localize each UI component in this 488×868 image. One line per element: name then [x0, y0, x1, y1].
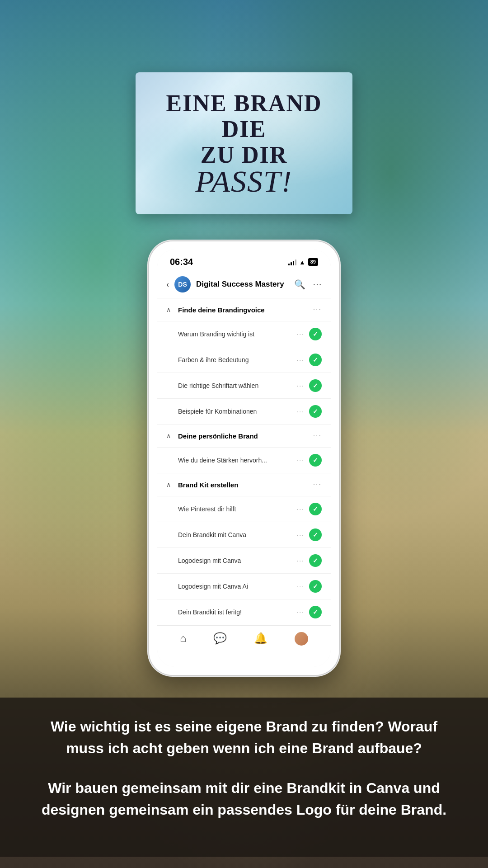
hero-title: EINE BRAND DIE ZU DIR Passt! — [155, 90, 333, 198]
course-item[interactable]: Die richtige Schriftart wählen ··· ✓ — [157, 373, 331, 399]
hero-banner: EINE BRAND DIE ZU DIR Passt! — [136, 72, 352, 214]
profile-nav-avatar[interactable] — [295, 632, 308, 646]
app-avatar: DS — [174, 276, 191, 292]
check-complete: ✓ — [309, 580, 322, 593]
check-complete: ✓ — [309, 328, 322, 340]
course-content: ∧ Finde deine Brandingvoice ··· Warum Br… — [157, 298, 331, 625]
section-header-0[interactable]: ∧ Finde deine Brandingvoice ··· — [157, 298, 331, 321]
section-title-0: Finde deine Brandingvoice — [178, 306, 313, 314]
check-complete: ✓ — [309, 554, 322, 567]
app-header: ‹ DS Digital Success Mastery 🔍 ⋯ — [157, 271, 331, 298]
phone-mockup: 06:34 ▲ 89 ‹ — [149, 241, 339, 675]
section-title-1: Deine persönliche Brand — [178, 432, 313, 440]
section-header-2[interactable]: ∧ Brand Kit erstellen ··· — [157, 473, 331, 496]
check-complete: ✓ — [309, 503, 322, 515]
check-complete: ✓ — [309, 528, 322, 541]
battery-icon: 89 — [308, 258, 318, 266]
search-icon[interactable]: 🔍 — [294, 279, 305, 290]
section-title-2: Brand Kit erstellen — [178, 481, 313, 489]
hero-line1: EINE BRAND DIE — [155, 90, 333, 142]
section-dots-2[interactable]: ··· — [313, 481, 322, 489]
course-item[interactable]: Wie du deine Stärken hervorh... ··· ✓ — [157, 448, 331, 473]
check-complete: ✓ — [309, 354, 322, 366]
section-chevron-1: ∧ — [166, 432, 174, 439]
section-chevron-0: ∧ — [166, 306, 174, 313]
bottom-section: Wie wichtig ist es seine eigene Brand zu… — [0, 698, 488, 857]
check-complete: ✓ — [309, 454, 322, 467]
bottom-nav: ⌂ 💬 🔔 — [157, 625, 331, 655]
header-actions: 🔍 ⋯ — [294, 279, 322, 290]
status-icons: ▲ 89 — [288, 258, 318, 266]
status-time: 06:34 — [170, 257, 193, 267]
course-item[interactable]: Wie Pinterest dir hilft ··· ✓ — [157, 496, 331, 522]
wifi-icon: ▲ — [299, 259, 305, 266]
section-dots-0[interactable]: ··· — [313, 306, 322, 314]
hero-script: Passt! — [155, 165, 333, 198]
chat-nav-icon[interactable]: 💬 — [213, 632, 227, 646]
course-item[interactable]: Farben & ihre Bedeutung ··· ✓ — [157, 347, 331, 373]
phone-screen: 06:34 ▲ 89 ‹ — [157, 250, 331, 667]
back-button[interactable]: ‹ — [166, 280, 169, 289]
check-complete: ✓ — [309, 606, 322, 618]
section-dots-1[interactable]: ··· — [313, 432, 322, 440]
home-indicator — [217, 660, 271, 662]
course-item[interactable]: Logodesign mit Canva ··· ✓ — [157, 548, 331, 574]
bell-nav-icon[interactable]: 🔔 — [254, 632, 267, 646]
course-item[interactable]: Logodesign mit Canva Ai ··· ✓ — [157, 574, 331, 599]
app-title: Digital Success Mastery — [196, 280, 289, 289]
course-item[interactable]: Dein Brandkit ist feritg! ··· ✓ — [157, 599, 331, 625]
signal-icon — [288, 259, 296, 265]
bottom-paragraph-1: Wie wichtig ist es seine eigene Brand zu… — [36, 716, 452, 759]
home-nav-icon[interactable]: ⌂ — [180, 632, 187, 646]
course-item[interactable]: Warum Branding wichtig ist ··· ✓ — [157, 321, 331, 347]
course-item[interactable]: Dein Brandkit mit Canva ··· ✓ — [157, 522, 331, 548]
status-bar: 06:34 ▲ 89 — [157, 250, 331, 271]
check-complete: ✓ — [309, 379, 322, 392]
phone-mockup-container: 06:34 ▲ 89 ‹ — [149, 241, 339, 675]
check-complete: ✓ — [309, 405, 322, 418]
section-chevron-2: ∧ — [166, 481, 174, 488]
more-icon[interactable]: ⋯ — [313, 279, 322, 290]
bottom-paragraph-2: Wir bauen gemeinsam mit dir eine Brandki… — [36, 777, 452, 821]
section-header-1[interactable]: ∧ Deine persönliche Brand ··· — [157, 425, 331, 448]
hero-line2: ZU DIR Passt! — [155, 142, 333, 198]
course-item[interactable]: Beispiele für Kombinationen ··· ✓ — [157, 399, 331, 425]
